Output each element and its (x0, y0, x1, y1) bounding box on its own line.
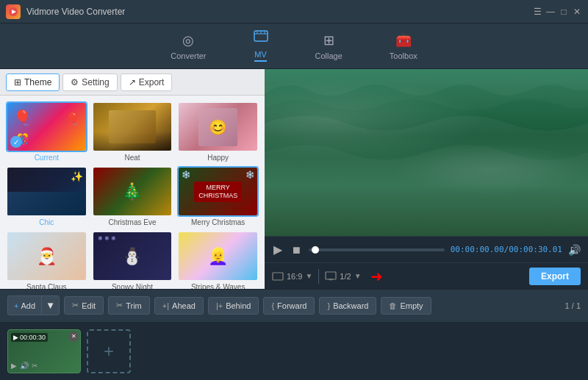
app-icon (6, 4, 21, 19)
ratio-arrow: ▼ (305, 272, 312, 280)
title-bar: Vidmore Video Converter ☰ — □ ✕ (0, 0, 588, 24)
ahead-icon: +| (162, 301, 169, 310)
title-bar-left: Vidmore Video Converter (6, 4, 125, 19)
export-button[interactable]: Export (529, 268, 581, 285)
nav-collage-label: Collage (315, 51, 343, 60)
preview-area (265, 69, 588, 236)
empty-label: Empty (400, 301, 423, 310)
behind-button[interactable]: |+ Behind (208, 297, 259, 315)
theme-snowy[interactable]: ⛄ ❄ ❄ ❄ Snowy Night (92, 231, 173, 289)
minimize-btn[interactable]: — (545, 7, 556, 17)
close-btn[interactable]: ✕ (572, 7, 582, 17)
theme-christmas-eve[interactable]: 🎄 Christmas Eve (92, 166, 173, 226)
add-clip-button[interactable]: + (87, 329, 131, 373)
maximize-btn[interactable]: □ (559, 7, 569, 17)
theme-current-label: Current (35, 154, 59, 162)
menu-btn[interactable]: ☰ (532, 7, 542, 17)
forward-button[interactable]: { Forward (263, 297, 315, 315)
add-dropdown-button[interactable]: ▼ (41, 296, 59, 315)
svg-rect-7 (273, 273, 283, 280)
progress-track[interactable] (309, 248, 445, 251)
theme-neat-label: Neat (124, 154, 140, 162)
theme-santa[interactable]: 🎅 Santa Claus (6, 231, 87, 289)
nav-converter-label: Converter (171, 51, 206, 60)
ratio-icon (272, 272, 284, 281)
edit-label: Edit (82, 301, 96, 310)
left-panel: ⊞ Theme ⚙ Setting ↗ Export 🎈 🎈 🎊 (0, 69, 265, 289)
theme-chic[interactable]: ✨ Chic (6, 166, 87, 226)
theme-grid: 🎈 🎈 🎊 ✓ Current (0, 96, 265, 289)
behind-icon: |+ (216, 301, 223, 310)
nav-mv[interactable]: MV (245, 26, 277, 66)
panel-tabs: ⊞ Theme ⚙ Setting ↗ Export (0, 69, 265, 96)
forward-icon: { (271, 301, 274, 310)
mv-icon (254, 30, 268, 47)
theme-christmas-eve-label: Christmas Eve (108, 218, 156, 226)
theme-santa-label: Santa Claus (26, 283, 66, 289)
ratio-select[interactable]: 16:9 ▼ (272, 272, 312, 281)
theme-chic-label: Chic (39, 218, 54, 226)
add-button[interactable]: + Add (8, 298, 41, 314)
arrow-right-icon: ➜ (370, 268, 383, 285)
add-icon: + (14, 301, 18, 310)
tab-setting[interactable]: ⚙ Setting (62, 74, 117, 91)
clip-play-icon: ▶ (13, 334, 18, 341)
theme-tab-icon: ⊞ (14, 77, 21, 87)
export-tab-icon: ↗ (129, 77, 136, 87)
backward-button[interactable]: } Backward (319, 297, 376, 315)
theme-snowy-label: Snowy Night (112, 283, 153, 289)
nav-collage[interactable]: ⊞ Collage (306, 28, 351, 65)
time-display: 00:00:00.00/00:00:30.01 (451, 245, 562, 254)
clip-cut-ctrl: ✂ (32, 362, 37, 370)
nav-toolbox[interactable]: 🧰 Toolbox (381, 28, 426, 65)
tab-export[interactable]: ↗ Export (121, 74, 173, 91)
nav-converter[interactable]: ◎ Converter (162, 28, 215, 65)
clip-volume-ctrl: 🔊 (20, 362, 29, 370)
ahead-button[interactable]: +| Ahead (154, 297, 204, 315)
export-bar-left: 16:9 ▼ 1/2 ▼ ➜ (272, 268, 383, 285)
theme-current[interactable]: 🎈 🎈 🎊 ✓ Current (6, 101, 87, 162)
theme-merry-christmas-label: Merry Christmas (191, 218, 245, 226)
video-controls: ▶ ⏹ 00:00:00.00/00:00:30.01 🔊 (265, 236, 588, 262)
trim-icon: ✂ (116, 301, 123, 310)
half-select[interactable]: 1/2 ▼ (325, 271, 361, 282)
clip-close-button[interactable]: ✕ (68, 331, 79, 342)
timeline-clip[interactable]: ▶ 00:00:30 ✕ ▶ 🔊 ✂ (7, 329, 81, 373)
backward-label: Backward (333, 301, 368, 310)
volume-icon[interactable]: 🔊 (568, 244, 581, 256)
top-nav: ◎ Converter MV ⊞ Collage 🧰 Toolbox (0, 24, 588, 69)
backward-icon: } (327, 301, 330, 310)
preview-video (265, 69, 588, 236)
theme-neat[interactable]: Neat (92, 101, 173, 162)
theme-happy[interactable]: 😊 Happy (177, 101, 259, 162)
edit-button[interactable]: ✂ Edit (64, 296, 104, 315)
tab-theme[interactable]: ⊞ Theme (6, 74, 60, 91)
converter-icon: ◎ (182, 32, 194, 49)
forward-label: Forward (277, 301, 306, 310)
title-bar-controls: ☰ — □ ✕ (532, 7, 582, 17)
ratio-value: 16:9 (287, 272, 302, 281)
right-panel: ▶ ⏹ 00:00:00.00/00:00:30.01 🔊 16:9 ▼ (265, 69, 588, 289)
main-area: ⊞ Theme ⚙ Setting ↗ Export 🎈 🎈 🎊 (0, 69, 588, 289)
timeline-area: ▶ 00:00:30 ✕ ▶ 🔊 ✂ + (0, 321, 588, 380)
trim-label: Trim (126, 301, 142, 310)
stop-button[interactable]: ⏹ (290, 243, 303, 257)
theme-stripes[interactable]: 👱‍♀️ Stripes & Waves (177, 231, 259, 289)
export-bar: 16:9 ▼ 1/2 ▼ ➜ Export (265, 262, 588, 289)
theme-merry-christmas[interactable]: MERRYCHRISTMAS ❄️ ❄️ Merry Christmas (177, 166, 259, 226)
bottom-toolbar: + Add ▼ ✂ Edit ✂ Trim +| Ahead |+ Behind… (0, 289, 588, 321)
empty-icon: 🗑 (389, 301, 397, 310)
edit-icon: ✂ (72, 301, 79, 310)
empty-button[interactable]: 🗑 Empty (381, 297, 431, 315)
progress-dot (312, 246, 319, 254)
toolbox-icon: 🧰 (395, 32, 412, 49)
setting-tab-icon: ⚙ (71, 77, 79, 87)
clip-duration-value: 00:00:30 (20, 334, 46, 341)
theme-stripes-label: Stripes & Waves (191, 283, 245, 289)
trim-button[interactable]: ✂ Trim (108, 296, 150, 315)
clip-icons: ▶ 🔊 ✂ (11, 362, 37, 370)
collage-icon: ⊞ (323, 32, 334, 49)
play-button[interactable]: ▶ (272, 241, 284, 258)
theme-happy-label: Happy (207, 154, 229, 162)
page-count: 1 / 1 (565, 301, 581, 310)
